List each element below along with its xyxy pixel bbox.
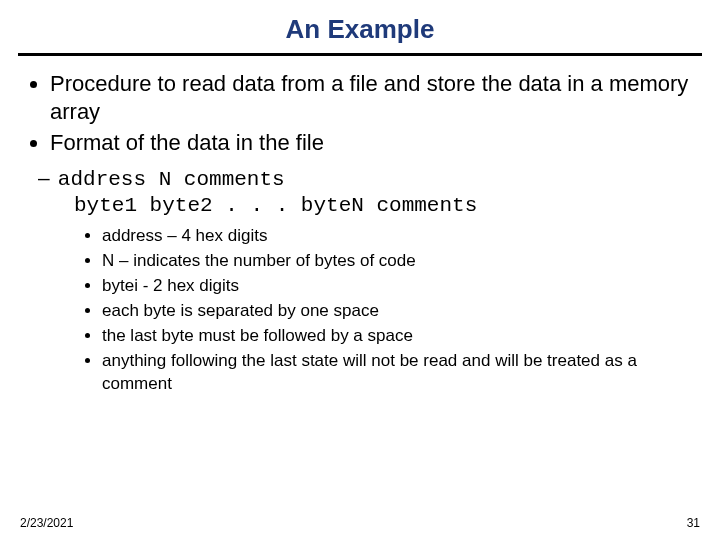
- format-block: – address N comments byte1 byte2 . . . b…: [20, 165, 700, 220]
- list-item: each byte is separated by one space: [102, 300, 700, 323]
- format-line: byte1 byte2 . . . byteN comments: [56, 193, 700, 219]
- dash-icon: –: [38, 165, 52, 191]
- slide-footer: 2/23/2021 31: [20, 516, 700, 530]
- bullet-list-level1: Procedure to read data from a file and s…: [20, 70, 700, 157]
- slide: An Example Procedure to read data from a…: [0, 0, 720, 540]
- list-item: the last byte must be followed by a spac…: [102, 325, 700, 348]
- list-item: N – indicates the number of bytes of cod…: [102, 250, 700, 273]
- bullet-list-level3: address – 4 hex digits N – indicates the…: [20, 225, 700, 396]
- list-item: address – 4 hex digits: [102, 225, 700, 248]
- list-item: anything following the last state will n…: [102, 350, 700, 396]
- list-item: Format of the data in the file: [50, 129, 700, 157]
- slide-content: Procedure to read data from a file and s…: [0, 70, 720, 396]
- list-item: bytei - 2 hex digits: [102, 275, 700, 298]
- slide-title: An Example: [0, 0, 720, 53]
- footer-date: 2/23/2021: [20, 516, 73, 530]
- format-text: address N comments: [58, 168, 285, 191]
- list-item: Procedure to read data from a file and s…: [50, 70, 700, 125]
- title-divider: [18, 53, 702, 56]
- format-line: – address N comments: [56, 165, 700, 193]
- footer-page-number: 31: [687, 516, 700, 530]
